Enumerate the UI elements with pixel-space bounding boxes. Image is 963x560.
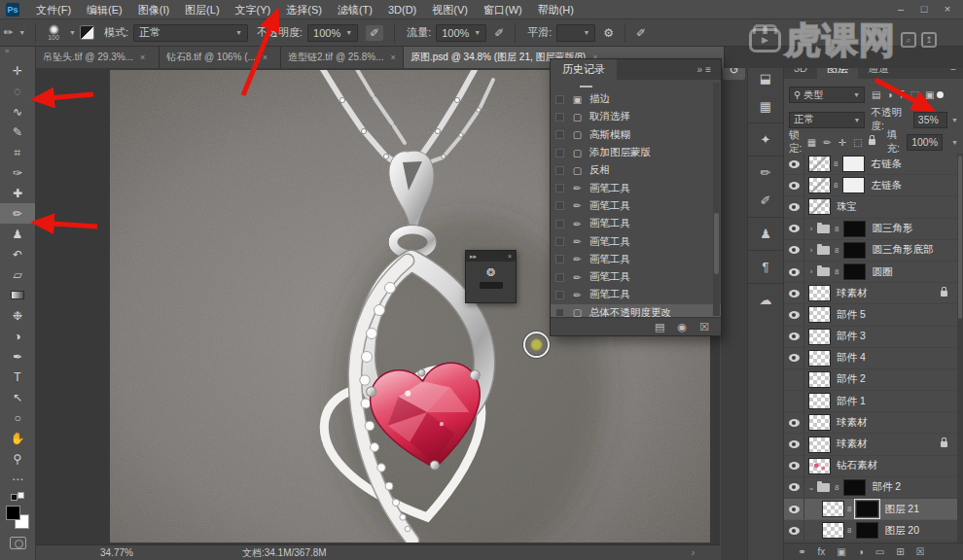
visibility-cell[interactable]: [784, 327, 804, 347]
layer-mask-thumbnail[interactable]: [842, 177, 865, 193]
group-twirl-icon[interactable]: ›: [806, 246, 816, 255]
eye-icon[interactable]: [789, 225, 800, 232]
group-twirl-icon[interactable]: ⌄: [806, 483, 816, 492]
visibility-cell[interactable]: [784, 154, 804, 174]
tab-close-icon[interactable]: ×: [391, 52, 396, 62]
eye-icon[interactable]: [789, 419, 800, 427]
opacity-select[interactable]: 100% ▼: [307, 24, 358, 42]
lock-transparency-icon[interactable]: ▦: [807, 137, 816, 148]
link-layers-icon[interactable]: ⚭: [798, 546, 805, 557]
history-state-checkbox[interactable]: [555, 220, 564, 228]
layer-thumbnail[interactable]: [808, 371, 831, 388]
history-state-row[interactable]: ▢取消选择: [551, 108, 721, 125]
layer-row[interactable]: ⌄8部件 2: [784, 477, 957, 499]
visibility-cell[interactable]: [784, 240, 804, 261]
swatches-panel-icon[interactable]: ▦: [748, 92, 783, 121]
spot-healing-tool[interactable]: ✚: [0, 183, 35, 203]
layer-thumbnail[interactable]: [808, 306, 831, 323]
layer-thumbnail[interactable]: [822, 522, 844, 539]
toolbar-collapse-icon[interactable]: »: [0, 47, 9, 60]
clone-stamp-tool[interactable]: ♟: [0, 224, 35, 244]
elliptical-marquee-tool[interactable]: ◌: [0, 81, 35, 101]
layer-row[interactable]: ›8圆三角形底部: [784, 240, 957, 262]
document-tab[interactable]: 吊坠头.tif @ 29.3%...×: [36, 47, 160, 68]
filter-shape-layers-icon[interactable]: ⬚: [910, 89, 919, 100]
layer-thumbnail[interactable]: [822, 501, 844, 517]
crop-tool[interactable]: ⌗: [0, 142, 35, 162]
eye-icon[interactable]: [789, 246, 800, 254]
adjustment-layer-icon[interactable]: ◑: [858, 546, 864, 557]
move-tool[interactable]: ✛: [0, 60, 35, 81]
hand-tool[interactable]: ✋: [0, 428, 35, 448]
eye-icon[interactable]: [789, 483, 800, 491]
group-twirl-icon[interactable]: ›: [806, 225, 816, 233]
history-state-row[interactable]: ▣描边: [551, 90, 721, 108]
pen-tool[interactable]: ✒: [0, 346, 35, 367]
new-layer-icon[interactable]: ⊞: [896, 546, 904, 557]
layer-thumbnail[interactable]: [808, 458, 831, 474]
gradient-tool[interactable]: [0, 285, 35, 305]
quick-selection-tool[interactable]: ✎: [0, 122, 35, 142]
layers-scrollbar[interactable]: [957, 154, 963, 542]
maximize-button[interactable]: □: [912, 0, 936, 18]
layer-thumbnail[interactable]: [808, 177, 831, 193]
delete-layer-icon[interactable]: ☒: [916, 546, 925, 557]
eyedropper-tool[interactable]: ✑: [0, 162, 35, 183]
layer-row[interactable]: 球素材: [784, 412, 957, 434]
chevron-down-icon[interactable]: ▼: [951, 139, 958, 146]
quick-mask-button[interactable]: [10, 537, 26, 549]
lock-pixels-icon[interactable]: ✏: [823, 137, 831, 148]
tab-close-icon[interactable]: ×: [263, 52, 268, 62]
visibility-cell[interactable]: [784, 369, 804, 390]
airbrush-icon[interactable]: ✐: [366, 25, 383, 41]
layer-row[interactable]: 部件 5: [784, 304, 957, 326]
chevron-down-icon[interactable]: ▼: [69, 29, 76, 36]
menu-item-L[interactable]: 图层(L): [177, 0, 227, 19]
filter-adjustment-layers-icon[interactable]: ◑: [886, 89, 892, 100]
menu-item-E[interactable]: 编辑(E): [79, 0, 130, 19]
eraser-tool[interactable]: ▱: [0, 264, 35, 285]
layer-thumbnail[interactable]: [808, 437, 831, 453]
history-state-row[interactable]: ▢总体不透明度更改: [551, 304, 721, 317]
libraries-panel-icon[interactable]: ☁: [748, 286, 783, 314]
visibility-cell[interactable]: [784, 477, 804, 498]
current-tool-button[interactable]: ✏ ▼: [0, 26, 29, 39]
history-state-row[interactable]: ▢添加图层蒙版: [551, 144, 721, 161]
visibility-cell[interactable]: [784, 499, 804, 519]
lock-all-icon[interactable]: [869, 139, 875, 145]
layer-row[interactable]: 部件 2: [784, 369, 957, 391]
layer-thumbnail[interactable]: [808, 329, 831, 345]
new-doc-from-state-icon[interactable]: ▤: [655, 321, 664, 333]
filter-type-layers-icon[interactable]: T: [899, 89, 905, 100]
layer-row[interactable]: 钻石素材: [784, 456, 957, 477]
document-tab[interactable]: 钻石8.tif @ 106% (...×: [160, 47, 281, 68]
color-sampler-ring[interactable]: [523, 332, 550, 358]
eye-icon[interactable]: [789, 332, 800, 340]
layer-row[interactable]: 部件 1: [784, 391, 957, 412]
menu-item-H[interactable]: 帮助(H): [530, 0, 582, 19]
history-scrollbar[interactable]: [713, 83, 720, 316]
layer-row[interactable]: 8左链条: [784, 175, 957, 196]
add-layer-mask-icon[interactable]: ▣: [837, 546, 845, 557]
more-tools-tool[interactable]: ⋯: [0, 469, 35, 489]
history-tab[interactable]: 历史记录: [551, 59, 617, 80]
group-twirl-icon[interactable]: ›: [806, 267, 816, 276]
visibility-cell[interactable]: [784, 520, 804, 541]
zoom-tool[interactable]: ⚲: [0, 448, 35, 469]
filter-toggle-icon[interactable]: [937, 91, 944, 98]
new-snapshot-icon[interactable]: ◉: [678, 321, 688, 333]
layer-mask-thumbnail[interactable]: [843, 263, 866, 280]
path-selection-tool[interactable]: ↖: [0, 387, 35, 407]
eye-icon[interactable]: [789, 506, 800, 513]
history-state-checkbox[interactable]: [555, 184, 564, 192]
color-panel-icon[interactable]: ⬓: [748, 64, 783, 92]
layer-row[interactable]: ›8圆圈: [784, 262, 957, 283]
visibility-cell[interactable]: [784, 391, 804, 411]
menu-item-W[interactable]: 窗口(W): [476, 0, 530, 19]
delete-state-icon[interactable]: ☒: [699, 321, 709, 333]
layer-mask-thumbnail[interactable]: [856, 522, 878, 539]
eye-icon[interactable]: [789, 527, 800, 535]
visibility-cell[interactable]: [784, 196, 804, 217]
history-state-row[interactable]: ✏画笔工具: [551, 251, 721, 268]
layer-row[interactable]: 球素材: [784, 283, 957, 304]
